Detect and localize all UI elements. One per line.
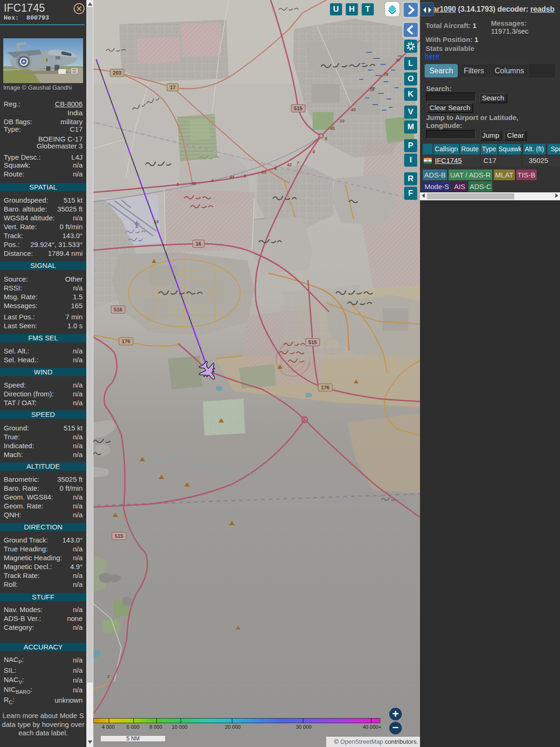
svg-text:4: 4 xyxy=(210,178,213,183)
svg-text:40: 40 xyxy=(350,107,356,112)
svg-text:9: 9 xyxy=(325,136,327,141)
svg-text:17: 17 xyxy=(170,85,175,90)
svg-text:39: 39 xyxy=(370,87,374,92)
svg-text:42: 42 xyxy=(287,162,292,167)
svg-text:203: 203 xyxy=(113,70,121,76)
svg-text:10: 10 xyxy=(340,119,344,123)
svg-text:45: 45 xyxy=(191,181,196,186)
svg-text:8: 8 xyxy=(313,149,315,154)
svg-text:41: 41 xyxy=(330,126,335,131)
svg-text:2: 2 xyxy=(107,674,110,679)
svg-text:44: 44 xyxy=(229,175,234,179)
svg-text:37: 37 xyxy=(396,58,401,63)
svg-text:176: 176 xyxy=(321,385,329,390)
svg-text:38: 38 xyxy=(384,72,388,77)
svg-text:515: 515 xyxy=(294,106,302,111)
svg-text:515: 515 xyxy=(115,533,123,539)
svg-text:516: 516 xyxy=(114,307,122,312)
svg-text:176: 176 xyxy=(122,338,130,344)
svg-text:515: 515 xyxy=(308,339,317,345)
svg-text:43: 43 xyxy=(261,170,266,175)
svg-text:16: 16 xyxy=(196,241,201,247)
svg-text:3: 3 xyxy=(176,182,179,187)
